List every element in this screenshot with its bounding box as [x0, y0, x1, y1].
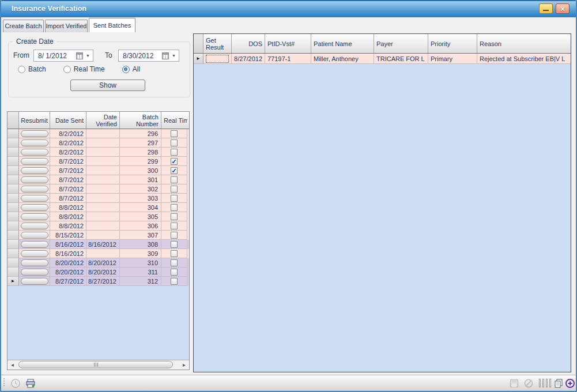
col-payer[interactable]: Payer	[374, 34, 428, 53]
result-row[interactable]: ►8/27/201277197-1Miller, AnthoneyTRICARE…	[194, 54, 571, 64]
row-selector[interactable]	[7, 175, 19, 184]
scroll-right-icon[interactable]: ►	[179, 360, 189, 370]
resubmit-button[interactable]	[21, 176, 48, 183]
horizontal-scrollbar[interactable]: ◄ ►	[7, 360, 189, 370]
real-time-checkbox[interactable]	[171, 140, 178, 146]
to-date-picker[interactable]: 8/30/2012 ▼	[118, 50, 179, 62]
resubmit-button[interactable]	[21, 278, 48, 285]
row-selector[interactable]	[7, 267, 19, 277]
resubmit-button[interactable]	[21, 232, 48, 239]
batch-row[interactable]: 8/2/2012298	[7, 148, 189, 157]
real-time-checkbox[interactable]	[171, 232, 178, 239]
tab-create-batch[interactable]: Create Batch	[3, 20, 44, 32]
col-reason[interactable]: Reason	[477, 34, 571, 53]
col-get-result[interactable]: Get Result	[203, 34, 232, 53]
close-button[interactable]: ×	[556, 3, 570, 14]
col-batch-number[interactable]: Batch Number	[120, 112, 161, 129]
batch-row[interactable]: 8/7/2012301	[7, 175, 189, 184]
batch-row[interactable]: 8/20/20128/20/2012310	[7, 258, 189, 267]
batch-row[interactable]: 8/7/2012299✓	[7, 157, 189, 166]
col-dos[interactable]: DOS	[232, 34, 265, 53]
resubmit-button[interactable]	[21, 250, 48, 257]
real-time-checkbox[interactable]	[171, 130, 178, 137]
row-selector[interactable]	[7, 249, 19, 258]
radio-all[interactable]: All	[122, 65, 140, 73]
col-ptid-vst[interactable]: PtID-Vst#	[265, 34, 311, 53]
minimize-button[interactable]	[539, 3, 553, 14]
resubmit-button[interactable]	[21, 140, 48, 146]
resubmit-button[interactable]	[21, 167, 48, 174]
batch-row[interactable]: 8/8/2012305	[7, 212, 189, 221]
resubmit-button[interactable]	[21, 195, 48, 202]
batch-row[interactable]: 8/16/20128/16/2012308	[7, 240, 189, 249]
copy-icon[interactable]	[553, 378, 564, 389]
row-selector[interactable]	[7, 138, 19, 148]
resubmit-button[interactable]	[21, 259, 48, 266]
resubmit-button[interactable]	[21, 213, 48, 220]
real-time-checkbox[interactable]	[171, 213, 178, 220]
clock-icon[interactable]	[10, 378, 21, 389]
batch-row[interactable]: 8/8/2012304	[7, 203, 189, 212]
radio-batch[interactable]: Batch	[18, 65, 46, 73]
row-selector[interactable]	[7, 157, 19, 166]
row-selector[interactable]	[7, 203, 19, 212]
batch-row[interactable]: ►8/27/20128/27/2012312	[7, 277, 189, 286]
batch-row[interactable]: 8/2/2012296	[7, 129, 189, 138]
save-icon[interactable]	[509, 378, 519, 389]
row-selector[interactable]	[7, 231, 19, 240]
row-selector[interactable]	[7, 212, 19, 221]
real-time-checkbox[interactable]	[171, 195, 178, 202]
batch-row[interactable]: 8/7/2012303	[7, 194, 189, 203]
printer-icon[interactable]	[25, 378, 36, 389]
row-selector[interactable]	[7, 129, 19, 138]
batch-row[interactable]: 8/2/2012297	[7, 138, 189, 148]
tab-import-verified[interactable]: Import Verified	[45, 20, 88, 32]
batch-row[interactable]: 8/20/20128/20/2012311	[7, 267, 189, 277]
real-time-checkbox[interactable]	[171, 176, 178, 183]
real-time-checkbox[interactable]	[171, 149, 178, 156]
real-time-checkbox[interactable]	[171, 278, 178, 285]
real-time-checkbox[interactable]	[171, 204, 178, 211]
resubmit-button[interactable]	[21, 158, 48, 165]
batch-row[interactable]: 8/16/2012309	[7, 249, 189, 258]
scroll-left-icon[interactable]: ◄	[7, 360, 17, 370]
col-date-verified[interactable]: Date Verified	[86, 112, 120, 129]
real-time-checkbox[interactable]: ✓	[171, 167, 178, 174]
show-button[interactable]: Show	[70, 80, 145, 91]
col-resubmit[interactable]: Resubmit	[19, 112, 50, 129]
add-icon[interactable]	[565, 378, 575, 389]
get-result-button[interactable]	[206, 55, 229, 63]
cancel-icon[interactable]	[523, 378, 534, 389]
resubmit-button[interactable]	[21, 204, 48, 211]
real-time-checkbox[interactable]	[171, 223, 178, 229]
resubmit-button[interactable]	[21, 149, 48, 156]
batch-row[interactable]: 8/15/2012307	[7, 231, 189, 240]
resubmit-button[interactable]	[21, 269, 48, 276]
scrollbar-thumb[interactable]	[18, 361, 173, 368]
row-selector[interactable]	[7, 194, 19, 203]
toolbar-grip[interactable]	[3, 378, 5, 386]
scrollbar-track[interactable]	[17, 360, 179, 370]
titlebar[interactable]: Insurance Verification ×	[1, 0, 576, 17]
row-selector[interactable]	[7, 148, 19, 157]
resubmit-button[interactable]	[21, 223, 48, 229]
row-selector[interactable]	[7, 221, 19, 231]
resubmit-button[interactable]	[21, 186, 48, 193]
row-selector[interactable]	[7, 240, 19, 249]
real-time-checkbox[interactable]	[171, 250, 178, 257]
batch-row[interactable]: 8/7/2012300✓	[7, 166, 189, 175]
row-selector[interactable]: ►	[194, 54, 203, 64]
real-time-checkbox[interactable]	[171, 186, 178, 193]
col-patient-name[interactable]: Patient Name	[311, 34, 374, 53]
row-selector[interactable]	[7, 166, 19, 175]
row-selector[interactable]	[7, 184, 19, 194]
col-date-sent[interactable]: Date Sent	[50, 112, 86, 129]
col-real-time[interactable]: Real Time	[161, 112, 187, 129]
resubmit-button[interactable]	[21, 130, 48, 137]
radio-real-time[interactable]: Real Time	[63, 65, 105, 73]
col-priority[interactable]: Priority	[428, 34, 477, 53]
real-time-checkbox[interactable]	[171, 241, 178, 248]
real-time-checkbox[interactable]: ✓	[171, 158, 178, 165]
batch-row[interactable]: 8/8/2012306	[7, 221, 189, 231]
real-time-checkbox[interactable]	[171, 259, 178, 266]
